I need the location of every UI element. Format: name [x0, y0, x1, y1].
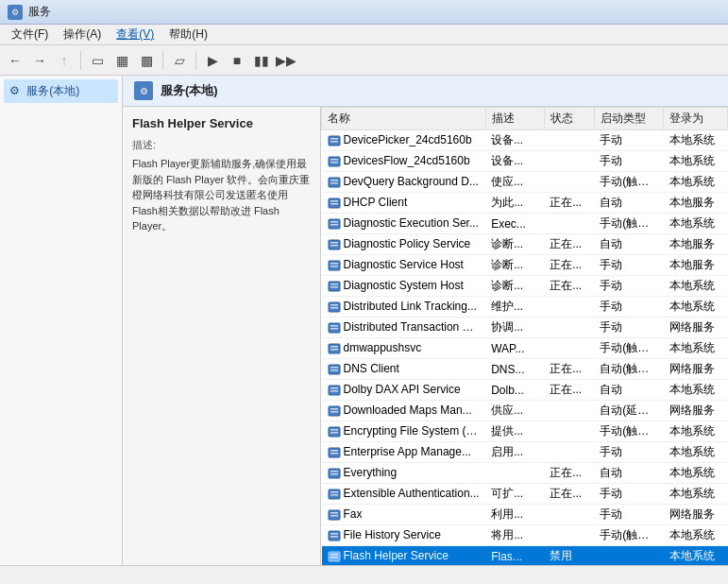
stop-button[interactable]: ■: [226, 49, 248, 72]
table-row[interactable]: Everything 正在... 自动 本地系统: [322, 463, 728, 484]
console-button[interactable]: ▦: [110, 49, 133, 72]
pause-button[interactable]: ▮▮: [250, 49, 273, 72]
table-row[interactable]: Dolby DAX API Service Dolb... 正在... 自动 本…: [322, 380, 728, 401]
content-header: ⚙ 服务(本地): [123, 76, 728, 107]
cell-status: 禁用: [544, 546, 594, 566]
menu-help[interactable]: 帮助(H): [161, 25, 215, 44]
show-hide-button[interactable]: ▭: [86, 49, 109, 72]
table-row[interactable]: Encrypting File System (E... 提供... 手动(触发…: [322, 421, 728, 442]
cell-login: 本地系统: [664, 421, 728, 442]
table-row[interactable]: Diagnostic System Host 诊断... 正在... 手动 本地…: [322, 276, 728, 297]
cell-startup: 手动(触发...: [594, 172, 664, 193]
table-row[interactable]: Distributed Link Tracking... 维护... 手动 本地…: [322, 297, 728, 318]
cell-name: Distributed Link Tracking...: [322, 297, 486, 318]
cell-status: [544, 505, 594, 525]
cell-name: Fax: [322, 505, 486, 525]
svg-rect-34: [330, 367, 338, 369]
table-row[interactable]: DevicePicker_24cd5160b 设备... 手动 本地系统: [322, 130, 728, 151]
content-area: ⚙ 服务(本地) Flash Helper Service 描述: Flash …: [123, 76, 728, 565]
toolbar: ← → ↑ ▭ ▦ ▩ ▱ ▶ ■ ▮▮ ▶▶: [0, 45, 728, 76]
table-row[interactable]: DevicesFlow_24cd5160b 设备... 手动 本地系统: [322, 151, 728, 172]
svg-rect-23: [330, 286, 338, 288]
up-button[interactable]: ↑: [53, 49, 76, 72]
table-row[interactable]: Flash Helper Service Flas... 禁用 本地系统: [322, 546, 728, 566]
table-row[interactable]: Diagnostic Policy Service 诊断... 正在... 自动…: [322, 234, 728, 255]
table-row[interactable]: Distributed Transaction C... 协调... 手动 网络…: [322, 318, 728, 338]
svg-rect-17: [330, 245, 338, 247]
cell-login: 本地系统: [664, 525, 728, 546]
svg-rect-47: [330, 453, 338, 455]
svg-rect-7: [330, 180, 338, 181]
col-header-desc[interactable]: 描述: [485, 108, 544, 130]
cell-name: Diagnostic Execution Ser...: [322, 214, 486, 234]
play-button[interactable]: ▶: [201, 49, 224, 72]
menu-view[interactable]: 查看(V): [109, 25, 161, 44]
sidebar-item-services-local[interactable]: ⚙ 服务(本地): [4, 79, 118, 103]
cell-startup: 手动: [594, 484, 664, 505]
cell-status: [544, 172, 594, 193]
cell-login: 网络服务: [664, 401, 728, 421]
back-button[interactable]: ←: [4, 49, 26, 72]
svg-rect-49: [330, 471, 338, 472]
col-header-status[interactable]: 状态: [544, 108, 594, 130]
table-row[interactable]: Downloaded Maps Man... 供应... 自动(延迟... 网络…: [322, 401, 728, 421]
new-window-button[interactable]: ▩: [135, 49, 158, 72]
svg-rect-8: [330, 182, 338, 184]
content-header-icon: ⚙: [134, 81, 153, 100]
svg-rect-59: [330, 536, 338, 538]
col-header-name[interactable]: 名称: [322, 108, 486, 130]
cell-desc: 协调...: [485, 318, 544, 338]
svg-rect-61: [330, 554, 338, 556]
cell-status: [544, 401, 594, 421]
table-row[interactable]: File History Service 将用... 手动(触发... 本地系统: [322, 525, 728, 546]
svg-rect-22: [330, 283, 338, 285]
cell-desc: Dolb...: [485, 380, 544, 401]
restart-button[interactable]: ▶▶: [275, 49, 297, 72]
properties-button[interactable]: ▱: [168, 49, 191, 72]
col-header-login[interactable]: 登录为: [664, 108, 728, 130]
cell-startup: 手动: [594, 255, 664, 276]
cell-startup: 自动(延迟...: [594, 401, 664, 421]
cell-status: 正在...: [544, 359, 594, 380]
cell-startup: 手动: [594, 318, 664, 338]
service-list-pane[interactable]: 名称 描述 状态 启动类型 登录为 DevicePicker_24cd5160b…: [321, 107, 728, 565]
table-row[interactable]: DHCP Client 为此... 正在... 自动 本地服务: [322, 193, 728, 214]
service-table: 名称 描述 状态 启动类型 登录为 DevicePicker_24cd5160b…: [321, 107, 728, 565]
cell-status: 正在...: [544, 484, 594, 505]
toolbar-sep-3: [195, 51, 196, 70]
cell-name: Dolby DAX API Service: [322, 380, 486, 401]
description-pane: Flash Helper Service 描述: Flash Player更新辅…: [123, 107, 321, 565]
cell-status: [544, 297, 594, 318]
menu-action[interactable]: 操作(A): [56, 25, 109, 44]
table-row[interactable]: Enterprise App Manage... 启用... 手动 本地系统: [322, 442, 728, 463]
table-row[interactable]: DevQuery Background D... 使应... 手动(触发... …: [322, 172, 728, 193]
cell-login: 本地系统: [664, 276, 728, 297]
table-row[interactable]: DNS Client DNS... 正在... 自动(触发... 网络服务: [322, 359, 728, 380]
cell-desc: 提供...: [485, 421, 544, 442]
cell-login: 本地系统: [664, 130, 728, 151]
table-row[interactable]: Diagnostic Execution Ser... Exec... 手动(触…: [322, 214, 728, 234]
col-header-startup[interactable]: 启动类型: [594, 108, 664, 130]
sidebar-item-label: 服务(本地): [26, 84, 79, 97]
cell-login: 本地服务: [664, 193, 728, 214]
table-row[interactable]: Diagnostic Service Host 诊断... 正在... 手动 本…: [322, 255, 728, 276]
svg-rect-31: [330, 346, 338, 348]
cell-name: Flash Helper Service: [322, 546, 486, 566]
forward-button[interactable]: →: [28, 49, 51, 72]
table-row[interactable]: dmwappushsvc WAP... 手动(触发... 本地系统: [322, 338, 728, 359]
svg-rect-1: [330, 138, 338, 140]
table-row[interactable]: Extensible Authentication... 可扩... 正在...…: [322, 484, 728, 505]
svg-rect-10: [330, 200, 338, 202]
cell-login: 本地系统: [664, 214, 728, 234]
svg-rect-13: [330, 221, 338, 223]
menu-file[interactable]: 文件(F): [4, 25, 56, 44]
cell-desc: 为此...: [485, 193, 544, 214]
cell-name: Extensible Authentication...: [322, 484, 486, 505]
table-row[interactable]: Fax 利用... 手动 网络服务: [322, 505, 728, 525]
cell-name: Everything: [322, 463, 486, 484]
cell-name: Encrypting File System (E...: [322, 421, 486, 442]
cell-status: [544, 130, 594, 151]
svg-rect-62: [330, 557, 338, 558]
cell-status: 正在...: [544, 193, 594, 214]
cell-login: 本地系统: [664, 172, 728, 193]
